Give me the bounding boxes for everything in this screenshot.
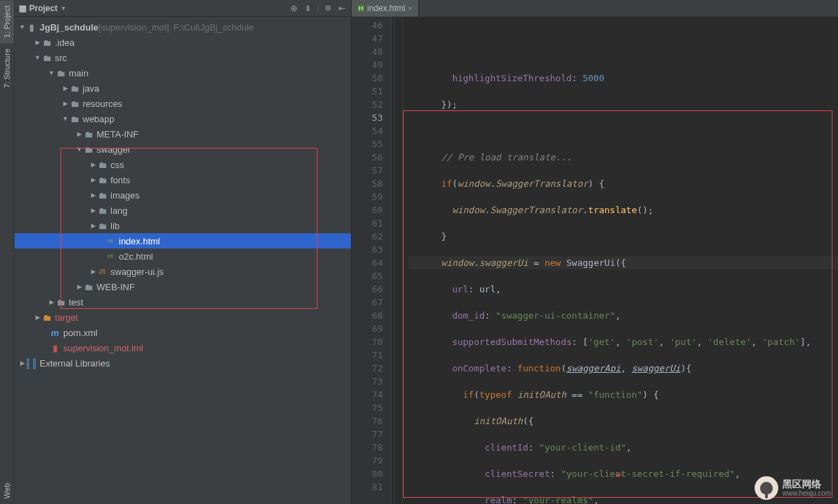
folder-icon: 🖿 (97, 221, 108, 230)
tree-webinf[interactable]: 🖿WEB-INF (15, 279, 351, 294)
tree-target[interactable]: 🖿target (15, 310, 351, 325)
tree-o2chtml[interactable]: Ho2c.html (15, 249, 351, 264)
project-tree[interactable]: ▮JgBj_schdule [supervision_mot]F:\Cui\Jg… (15, 17, 351, 504)
html-file-icon: H (105, 251, 116, 261)
folder-icon: 🖿 (83, 144, 94, 154)
tree-resources[interactable]: 🖿resources (15, 96, 351, 111)
tree-indexhtml[interactable]: Hindex.html (15, 233, 351, 249)
html-file-icon: H (357, 5, 365, 12)
gear-icon[interactable]: ✲ (323, 3, 333, 13)
collapse-icon[interactable]: ⇟ (303, 3, 313, 13)
library-icon: ║║ (26, 358, 37, 368)
tab-project[interactable]: 1: Project (0, 0, 14, 43)
tree-lang[interactable]: 🖿lang (15, 203, 351, 218)
folder-icon: 🖿 (83, 129, 94, 139)
tree-swagger[interactable]: 🖿swagger (15, 142, 351, 157)
gutter[interactable]: 4647484950515253545556575859606162636465… (352, 17, 392, 504)
tree-pom[interactable]: mpom.xml (15, 325, 351, 340)
folder-icon: 🖿 (83, 282, 94, 292)
tree-iml[interactable]: ▮supervision_mot.iml (15, 340, 351, 355)
tab-structure[interactable]: 7: Structure (0, 43, 14, 94)
tree-ext[interactable]: ║║External Libraries (15, 355, 351, 371)
tree-css[interactable]: 🖿css (15, 157, 351, 172)
folder-icon: 🖿 (97, 190, 108, 200)
tree-root[interactable]: ▮JgBj_schdule [supervision_mot]F:\Cui\Jg… (15, 19, 351, 35)
folder-icon: 🖿 (69, 99, 80, 108)
js-file-icon: JS (97, 267, 108, 276)
tab-web[interactable]: Web (0, 478, 14, 504)
maven-file-icon: m (49, 328, 60, 337)
folder-icon: 🖿 (55, 297, 66, 307)
tree-swaggeruijs[interactable]: JSswagger-ui.js (15, 264, 351, 279)
html-file-icon: H (105, 236, 116, 246)
iml-file-icon: ▮ (49, 343, 60, 353)
tree-images[interactable]: 🖿images (15, 187, 351, 203)
folder-icon: 🖿 (55, 68, 66, 78)
tree-idea[interactable]: 🖿.idea (15, 35, 351, 50)
folder-icon: 🖿 (69, 114, 80, 124)
project-panel: ▦ Project ▼ ⊕ ⇟ | ✲ ⇤ ▮JgBj_schdule [sup… (15, 0, 352, 504)
tree-lib[interactable]: 🖿lib (15, 218, 351, 233)
chevron-down-icon: ▼ (60, 5, 67, 12)
project-icon: ▦ (19, 3, 26, 13)
close-icon[interactable]: × (408, 4, 412, 12)
folder-icon: 🖿 (97, 160, 108, 169)
code-body[interactable]: ➔ highlightSizeThreshold: 5000 }); // Pr… (403, 17, 838, 504)
panel-title[interactable]: ▦ Project ▼ (19, 3, 67, 13)
tree-webapp[interactable]: 🖿webapp (15, 111, 351, 126)
editor-tab-indexhtml[interactable]: H index.html × (352, 0, 419, 17)
tree-test[interactable]: 🖿test (15, 294, 351, 310)
folder-icon: 🖿 (41, 53, 52, 62)
target-icon[interactable]: ⊕ (289, 3, 299, 13)
folder-icon: 🖿 (69, 83, 80, 93)
folder-icon: ▮ (26, 22, 37, 32)
editor: H index.html × ➔ 46474849505152535455565… (352, 0, 838, 504)
folder-icon: 🖿 (41, 37, 52, 47)
tree-java[interactable]: 🖿java (15, 81, 351, 96)
folder-icon: 🖿 (41, 312, 52, 322)
folder-icon: 🖿 (97, 205, 108, 215)
tree-main[interactable]: 🖿main (15, 65, 351, 81)
tree-src[interactable]: 🖿src (15, 50, 351, 65)
folder-icon: 🖿 (97, 175, 108, 185)
fold-column[interactable] (392, 17, 403, 504)
hide-icon[interactable]: ⇤ (337, 3, 347, 13)
tree-metainf[interactable]: 🖿META-INF (15, 126, 351, 142)
tree-fonts[interactable]: 🖿fonts (15, 172, 351, 187)
highlight-box-code (403, 110, 832, 498)
